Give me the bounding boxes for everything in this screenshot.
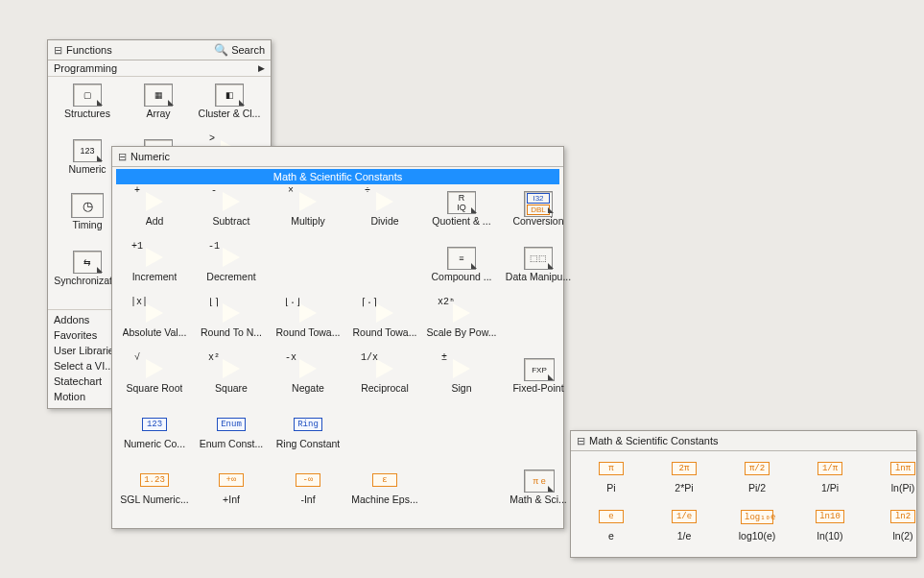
numeric-item-1-2 [272,246,344,301]
numeric-item-4-0[interactable]: 123Numeric Co... [118,413,191,469]
search-button[interactable]: 🔍 Search [214,43,265,57]
numeric-item-5-1[interactable]: +∞+Inf [195,469,268,524]
numeric-item-5-3[interactable]: εMachine Eps... [348,469,421,524]
pin-icon[interactable]: ⊟ [118,151,127,163]
numeric-item-0-3[interactable]: ÷Divide [348,190,421,246]
numeric-item-0-0[interactable]: +Add [118,190,191,246]
numeric-item-3-4-label: Sign [451,382,471,394]
math-const-1-2[interactable]: log₁₀elog10(e) [723,505,792,553]
functions-item-0-label: Structures [64,108,110,119]
numeric-item-2-5 [502,301,575,357]
math-const-1-0-label: e [608,530,614,542]
numeric-item-1-5[interactable]: ⬚⬚Data Manipu... [502,246,575,301]
numeric-item-1-0[interactable]: +1Increment [118,246,191,301]
numeric-item-2-2[interactable]: ⌊·⌋Round Towa... [272,301,344,357]
math-const-0-2-label: Pi/2 [748,482,766,494]
math-grid: πPi2π2*Piπ/2Pi/21/π1/Pilnπln(Pi)ee1/e1/e… [571,451,916,557]
numeric-item-5-4 [425,469,498,524]
functions-item-0[interactable]: ▢Structures [54,83,121,138]
numeric-item-5-0-label: SGL Numeric... [120,494,188,505]
numeric-item-0-4-label: Quotient & ... [432,215,490,227]
functions-item-1[interactable]: ▦Array [125,83,192,138]
math-const-0-3[interactable]: 1/π1/Pi [795,457,865,505]
math-const-0-1[interactable]: 2π2*Pi [650,457,719,505]
math-const-1-3-label: ln(10) [817,530,843,542]
math-title: Math & Scientific Constants [589,435,719,446]
math-const-1-4-label: ln(2) [892,530,912,542]
pin-icon[interactable]: ⊟ [54,44,62,57]
numeric-item-3-3-label: Reciprocal [361,382,409,394]
numeric-item-1-3 [348,246,421,301]
numeric-item-1-1[interactable]: -1Decrement [195,246,268,301]
numeric-item-2-4[interactable]: x2ⁿScale By Pow... [425,301,498,357]
numeric-item-4-1-label: Enum Const... [200,438,264,449]
functions-item-3-label: Numeric [68,163,106,175]
numeric-item-5-2-label: -Inf [300,494,315,505]
subheader-label: Programming [54,62,117,74]
numeric-item-0-1-label: Subtract [212,215,249,227]
numeric-item-5-5[interactable]: π eMath & Sci... [502,469,575,524]
math-constants-palette: ⊟ Math & Scientific Constants πPi2π2*Piπ… [570,430,917,558]
numeric-item-2-2-label: Round Towa... [276,326,341,338]
math-const-0-4-label: ln(Pi) [891,482,915,494]
numeric-item-4-2[interactable]: RingRing Constant [272,413,344,469]
numeric-item-3-0[interactable]: √Square Root [118,357,191,413]
numeric-item-4-0-label: Numeric Co... [124,438,185,449]
search-label: Search [231,44,265,56]
numeric-item-1-5-label: Data Manipu... [506,271,571,282]
numeric-item-0-0-label: Add [146,215,164,227]
numeric-item-4-5 [502,413,575,469]
math-const-0-0[interactable]: πPi [577,457,646,505]
math-const-0-2[interactable]: π/2Pi/2 [723,457,792,505]
math-const-0-3-label: 1/Pi [821,482,839,494]
numeric-item-5-0[interactable]: 1.23SGL Numeric... [118,469,191,524]
chevron-right-icon: ▶ [258,63,265,73]
numeric-item-0-1[interactable]: -Subtract [195,190,268,246]
numeric-item-2-0-label: Absolute Val... [123,326,187,338]
math-header: ⊟ Math & Scientific Constants [571,431,916,451]
numeric-item-4-3 [348,413,421,469]
functions-title: Functions [66,44,112,56]
math-const-0-4[interactable]: lnπln(Pi) [868,457,924,505]
numeric-item-2-3[interactable]: ⌈·⌉Round Towa... [348,301,421,357]
math-const-1-1[interactable]: 1/e1/e [650,505,719,553]
numeric-item-3-2-label: Negate [292,382,324,394]
numeric-item-1-4[interactable]: ≡Compound ... [425,246,498,301]
numeric-item-1-4-label: Compound ... [431,271,491,282]
numeric-item-0-2-label: Multiply [291,215,325,227]
pin-icon[interactable]: ⊟ [577,435,585,447]
numeric-item-5-5-label: Math & Sci... [509,494,567,505]
functions-header: ⊟ Functions 🔍 Search [48,40,271,60]
numeric-item-5-1-label: +Inf [223,494,240,505]
math-const-0-0-label: Pi [606,482,615,494]
numeric-item-4-1[interactable]: EnumEnum Const... [195,413,268,469]
numeric-item-3-0-label: Square Root [127,382,183,394]
numeric-item-0-4[interactable]: R IQQuotient & ... [425,190,498,246]
numeric-item-0-3-label: Divide [370,215,398,227]
functions-item-2-label: Cluster & Cl... [199,108,261,119]
numeric-title: Numeric [130,151,170,162]
numeric-item-0-2[interactable]: ×Multiply [272,190,344,246]
numeric-item-1-0-label: Increment [132,271,178,282]
numeric-item-2-1[interactable]: ⌊⌉Round To N... [195,301,268,357]
numeric-item-3-5[interactable]: FXPFixed-Point [502,357,575,413]
numeric-item-3-1[interactable]: x²Square [195,357,268,413]
math-const-1-0[interactable]: ee [577,505,646,553]
numeric-grid: +Add-Subtract×Multiply÷DivideR IQQuotien… [112,184,563,528]
numeric-item-5-3-label: Machine Eps... [351,494,417,505]
numeric-item-4-2-label: Ring Constant [276,438,341,449]
numeric-item-3-4[interactable]: ±Sign [425,357,498,413]
math-const-1-3[interactable]: ln10ln(10) [795,505,865,553]
numeric-item-0-5[interactable]: I32DBLConversion [502,190,575,246]
functions-subheader[interactable]: Programming ▶ [48,60,271,77]
math-const-1-2-label: log10(e) [739,530,776,542]
math-const-1-4[interactable]: ln2ln(2) [868,505,924,553]
functions-item-2[interactable]: ◧Cluster & Cl... [196,83,263,138]
numeric-item-2-1-label: Round To N... [201,326,262,338]
math-const-1-1-label: 1/e [677,530,692,542]
numeric-item-3-3[interactable]: 1/xReciprocal [348,357,421,413]
numeric-item-3-2[interactable]: -xNegate [272,357,344,413]
numeric-item-2-0[interactable]: |x|Absolute Val... [118,301,191,357]
numeric-highlight[interactable]: Math & Scientific Constants [116,169,559,184]
numeric-item-5-2[interactable]: -∞-Inf [272,469,344,524]
